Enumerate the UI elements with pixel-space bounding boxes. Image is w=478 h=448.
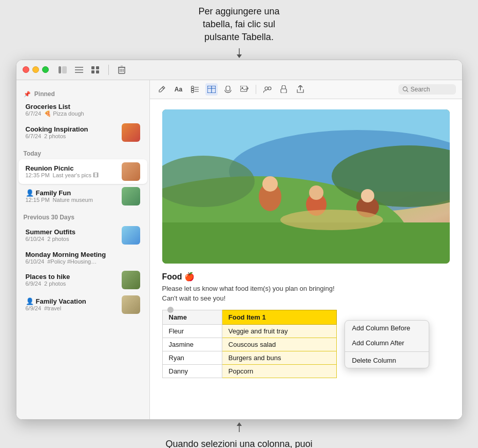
note-content: Food 🍎 Please let us know what food item… <box>150 99 462 390</box>
context-menu: Add Column Before Add Column After Delet… <box>345 320 429 368</box>
tooltip-bottom: Quando selezioni una colonna, puoi aggiu… <box>145 437 333 448</box>
search-input[interactable] <box>411 86 452 93</box>
app-window: 📌 Pinned Groceries List 6/7/24 🍕 Pizza d… <box>16 60 463 420</box>
svg-rect-7 <box>91 66 94 69</box>
font-icon[interactable]: Aa <box>173 83 185 96</box>
svg-line-37 <box>407 90 408 92</box>
callout-arrow-top <box>234 48 244 59</box>
collab-icon[interactable] <box>261 83 274 96</box>
table-row: Danny Popcorn <box>162 364 336 378</box>
previous-label: Previous 30 Days <box>16 212 149 223</box>
table-cell-name-2: Jasmine <box>162 338 222 351</box>
family-vacation-thumb <box>122 295 140 314</box>
context-menu-add-after[interactable]: Add Column After <box>345 335 429 350</box>
svg-rect-3 <box>62 66 67 73</box>
shared-icon-2: 👤 <box>26 297 34 305</box>
title-bar-toolbar <box>57 64 127 76</box>
note-table-wrapper: Name Food Item 1 Fleur Veggie and fruit … <box>162 310 337 378</box>
grid-view-icon[interactable] <box>90 64 101 76</box>
note-title: Food 🍎 <box>162 272 195 282</box>
sidebar-item-family-vacation[interactable]: 👤Family Vacation 6/9/24 #travel <box>18 292 147 317</box>
toolbar-divider-1 <box>108 65 109 75</box>
maximize-button[interactable] <box>42 66 49 73</box>
note-hero-image <box>162 109 450 264</box>
context-menu-delete-column[interactable]: Delete Column <box>345 353 429 368</box>
checklist-icon[interactable] <box>189 83 201 96</box>
family-fun-thumb <box>122 187 140 206</box>
lock-icon[interactable] <box>278 83 290 96</box>
pinned-label: 📌 Pinned <box>16 88 149 100</box>
table-row: Ryan Burgers and buns <box>162 351 336 364</box>
table-handle[interactable] <box>167 307 174 313</box>
svg-marker-1 <box>237 54 242 58</box>
table-cell-food-2: Couscous salad <box>222 338 336 351</box>
search-icon <box>403 86 409 92</box>
edit-icon[interactable] <box>156 83 168 96</box>
close-button[interactable] <box>23 66 29 73</box>
svg-point-49 <box>361 189 374 202</box>
svg-point-45 <box>262 176 278 192</box>
cooking-inspiration-thumb <box>122 123 140 142</box>
delete-icon[interactable] <box>116 64 127 76</box>
svg-point-33 <box>268 87 271 90</box>
table-row: Fleur Veggie and fruit tray <box>162 324 336 338</box>
context-menu-divider <box>345 351 429 352</box>
sidebar-item-groceries-list[interactable]: Groceries List 6/7/24 🍕 Pizza dough <box>18 100 147 120</box>
sidebar-item-family-fun[interactable]: 👤Family Fun 12:15 PM Nature museum <box>18 184 147 209</box>
table-cell-food-4: Popcorn <box>222 364 336 378</box>
svg-rect-8 <box>96 66 99 69</box>
svg-rect-10 <box>96 70 99 73</box>
svg-rect-34 <box>281 89 286 93</box>
svg-marker-52 <box>237 422 242 426</box>
summer-outfits-thumb <box>122 226 140 245</box>
svg-point-47 <box>309 185 323 200</box>
places-to-hike-thumb <box>122 271 140 289</box>
main-content: 📌 Pinned Groceries List 6/7/24 🍕 Pizza d… <box>16 80 462 419</box>
search-box[interactable] <box>398 84 456 95</box>
svg-point-50 <box>280 210 383 230</box>
svg-rect-2 <box>59 66 61 73</box>
shared-icon: 👤 <box>26 189 34 197</box>
table-icon[interactable] <box>205 83 218 96</box>
sidebar-item-places-to-hike[interactable]: Places to hike 6/9/24 2 photos <box>18 268 147 292</box>
sidebar-item-monday-meeting[interactable]: Monday Morning Meeting 6/10/24 #Policy #… <box>18 248 147 268</box>
sidebar-item-summer-outfits[interactable]: Summer Outfits 6/10/24 2 photos <box>18 223 147 248</box>
traffic-lights <box>23 66 49 73</box>
reunion-picnic-thumb <box>122 162 140 181</box>
table-header-food-item[interactable]: Food Item 1 <box>222 310 336 324</box>
audio-icon[interactable] <box>222 83 234 96</box>
svg-rect-9 <box>91 70 94 73</box>
list-view-icon[interactable] <box>73 64 85 76</box>
sidebar-item-reunion-picnic[interactable]: Reunion Picnic 12:35 PM Last year's pics… <box>18 159 147 184</box>
sidebar-toggle-icon[interactable] <box>57 64 68 76</box>
today-label: Today <box>16 148 149 159</box>
sidebar-item-cooking-inspiration[interactable]: Cooking Inspiration 6/7/24 2 photos <box>18 120 147 145</box>
editor-area: Aa <box>150 80 462 419</box>
title-bar <box>16 60 462 80</box>
note-title-row: Food 🍎 <box>162 272 450 282</box>
media-icon[interactable] <box>238 83 251 96</box>
toolbar-separator-1 <box>256 85 256 94</box>
editor-toolbar: Aa <box>150 80 462 99</box>
callout-arrow-bottom <box>234 422 244 432</box>
share-icon[interactable] <box>294 83 307 96</box>
minimize-button[interactable] <box>32 66 39 73</box>
svg-point-32 <box>265 87 268 90</box>
table-cell-food-3: Burgers and buns <box>222 351 336 364</box>
context-menu-add-before[interactable]: Add Column Before <box>345 321 429 335</box>
sidebar: 📌 Pinned Groceries List 6/7/24 🍕 Pizza d… <box>16 80 150 419</box>
table-cell-name-3: Ryan <box>162 351 222 364</box>
table-cell-name-1: Fleur <box>162 324 222 338</box>
tooltip-top: Per aggiungere una tabella, fai clic sul… <box>188 5 290 44</box>
table-cell-name-4: Danny <box>162 364 222 378</box>
note-body-text: Please let us know what food item(s) you… <box>162 284 450 304</box>
table-cell-food-1: Veggie and fruit tray <box>222 324 336 338</box>
svg-marker-31 <box>247 87 248 90</box>
table-row: Jasmine Couscous salad <box>162 338 336 351</box>
svg-point-36 <box>403 87 407 91</box>
svg-line-17 <box>162 87 164 89</box>
note-table: Name Food Item 1 Fleur Veggie and fruit … <box>162 310 337 378</box>
svg-rect-27 <box>226 86 230 91</box>
